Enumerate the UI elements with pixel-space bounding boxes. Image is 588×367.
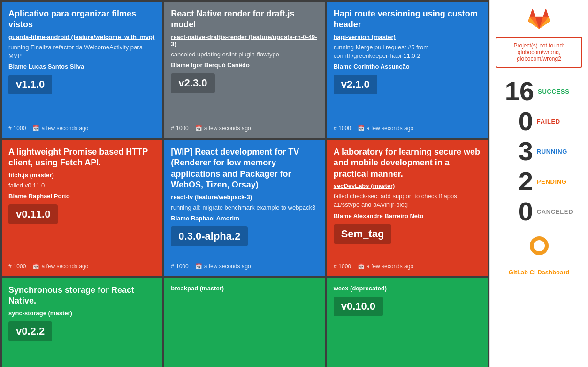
stat-running: 3 RUNNING	[505, 136, 573, 166]
card-version: v0.2.2	[8, 321, 52, 341]
build-time: 📅 a few seconds ago	[195, 125, 251, 132]
card-repo: guarda-filme-android (feature/welcome_wi…	[8, 33, 156, 40]
card-card-7: Synchronous storage for React Native.syn…	[2, 278, 162, 367]
stat-label: CANCELED	[537, 208, 573, 215]
build-time: 📅 a few seconds ago	[358, 263, 413, 270]
card-version: v0.11.0	[8, 204, 58, 224]
card-card-8: breakpad (master)	[164, 278, 325, 367]
stat-label: FAILED	[537, 118, 560, 125]
hash-icon: #	[171, 125, 174, 132]
card-blame: Blame Raphael Amorim	[171, 215, 318, 222]
card-footer: # 1000 📅 a few seconds ago	[171, 263, 318, 270]
card-title: Synchronous storage for React Native.	[8, 285, 156, 307]
hash-icon: #	[334, 263, 337, 270]
build-number: # 1000	[171, 263, 188, 270]
card-description: running Merge pull request #5 from corin…	[334, 43, 481, 60]
stat-label: SUCCESS	[538, 88, 569, 95]
card-card-9: weex (deprecated)v0.10.0	[327, 278, 488, 367]
card-card-5: [WIP] React development for TV (Renderer…	[164, 140, 325, 276]
stat-number: 16	[505, 78, 534, 104]
gitlab-ci-link[interactable]: GitLab CI Dashboard	[509, 269, 569, 276]
card-version: v0.10.0	[334, 297, 383, 316]
build-number: # 1000	[334, 125, 351, 132]
stats-container: 16 SUCCESS 0 FAILED 3 RUNNING 2 PENDING …	[505, 76, 573, 226]
card-footer: # 1000 📅 a few seconds ago	[334, 263, 481, 270]
card-title: A laboratory for learning secure web and…	[334, 147, 481, 180]
card-footer: # 1000 📅 a few seconds ago	[171, 125, 318, 132]
card-repo: fitch.js (master)	[8, 172, 156, 179]
stat-failed: 0 FAILED	[505, 106, 573, 136]
calendar-icon: 📅	[358, 125, 365, 132]
error-projects: globocom/wrong, globocom/wrong2	[517, 49, 561, 62]
stat-label: PENDING	[537, 178, 567, 185]
build-number: # 1000	[171, 125, 188, 132]
card-version: v1.1.0	[8, 75, 52, 94]
build-number: # 1000	[8, 125, 26, 132]
card-title: [WIP] React development for TV (Renderer…	[171, 147, 318, 191]
sidebar: Project(s) not found: globocom/wrong, gl…	[489, 0, 588, 367]
card-version: v2.1.0	[334, 75, 377, 94]
gitlab-logo	[527, 8, 551, 33]
error-title: Project(s) not found:	[513, 42, 564, 49]
card-repo: weex (deprecated)	[334, 285, 481, 292]
card-blame: Blame Corintho Assunção	[334, 63, 481, 70]
card-description: canceled updating eslint-plugin-flowtype	[171, 50, 318, 59]
stat-pending: 2 PENDING	[505, 166, 573, 196]
card-card-3: Hapi route versioning using custom heade…	[327, 2, 488, 138]
card-footer: # 1000 📅 a few seconds ago	[8, 125, 156, 132]
card-card-2: React Native render for draft.js modelre…	[164, 2, 325, 138]
card-repo: secDevLabs (master)	[334, 182, 481, 189]
hash-icon: #	[171, 263, 174, 270]
card-description: failed v0.11.0	[8, 181, 156, 190]
card-title: Hapi route versioning using custom heade…	[334, 8, 481, 31]
cards-grid: Aplicativo para organizar filmes vistosg…	[0, 0, 489, 367]
calendar-icon: 📅	[32, 263, 39, 270]
build-time: 📅 a few seconds ago	[358, 125, 413, 132]
card-blame: Blame Igor Berquó Canêdo	[171, 62, 318, 69]
stat-number: 0	[505, 198, 533, 225]
build-number: # 1000	[334, 263, 351, 270]
card-title: React Native render for draft.js model	[171, 8, 318, 31]
card-blame: Blame Raphael Porto	[8, 193, 156, 200]
calendar-icon: 📅	[195, 125, 202, 132]
svg-point-1	[534, 240, 545, 251]
build-time: 📅 a few seconds ago	[32, 125, 88, 132]
card-description: running Finaliza refactor da WelcomeActi…	[8, 43, 156, 60]
card-footer: # 1000 📅 a few seconds ago	[8, 263, 156, 270]
stat-success: 16 SUCCESS	[505, 76, 573, 106]
card-title: Aplicativo para organizar filmes vistos	[8, 8, 156, 31]
card-repo: hapi-version (master)	[334, 33, 481, 40]
calendar-icon: 📅	[195, 263, 202, 270]
card-repo: react-tv (feature/webpack-3)	[171, 194, 318, 201]
pie-chart	[527, 234, 551, 259]
card-repo: react-native-draftjs-render (feature/upd…	[171, 33, 318, 47]
card-card-1: Aplicativo para organizar filmes vistosg…	[2, 2, 162, 138]
calendar-icon: 📅	[358, 263, 365, 270]
stat-number: 3	[505, 138, 533, 164]
stat-canceled: 0 CANCELED	[505, 196, 573, 226]
card-repo: breakpad (master)	[171, 285, 318, 292]
calendar-icon: 📅	[32, 125, 39, 132]
error-box: Project(s) not found: globocom/wrong, gl…	[496, 37, 582, 68]
card-version: 0.3.0-alpha.2	[171, 226, 248, 246]
card-repo: sync-storage (master)	[8, 310, 156, 317]
card-blame: Blame Alexandre Barreiro Neto	[334, 212, 481, 219]
card-card-4: A lightweight Promise based HTTP client,…	[2, 140, 162, 276]
card-title: A lightweight Promise based HTTP client,…	[8, 147, 156, 169]
card-description: running all: migrate benchmark example t…	[171, 203, 318, 212]
card-description: failed check-sec: add support to check i…	[334, 192, 481, 209]
build-time: 📅 a few seconds ago	[195, 263, 251, 270]
build-time: 📅 a few seconds ago	[32, 263, 88, 270]
stat-number: 2	[505, 168, 533, 195]
build-number: # 1000	[8, 263, 26, 270]
hash-icon: #	[8, 263, 12, 270]
stat-label: RUNNING	[537, 148, 567, 155]
card-version: v2.3.0	[171, 73, 214, 93]
card-card-6: A laboratory for learning secure web and…	[327, 140, 488, 276]
hash-icon: #	[334, 125, 337, 132]
card-footer: # 1000 📅 a few seconds ago	[334, 125, 481, 132]
hash-icon: #	[8, 125, 12, 132]
stat-number: 0	[505, 108, 533, 134]
card-blame: Blame Lucas Santos Silva	[8, 63, 156, 70]
card-version: Sem_tag	[334, 224, 392, 244]
